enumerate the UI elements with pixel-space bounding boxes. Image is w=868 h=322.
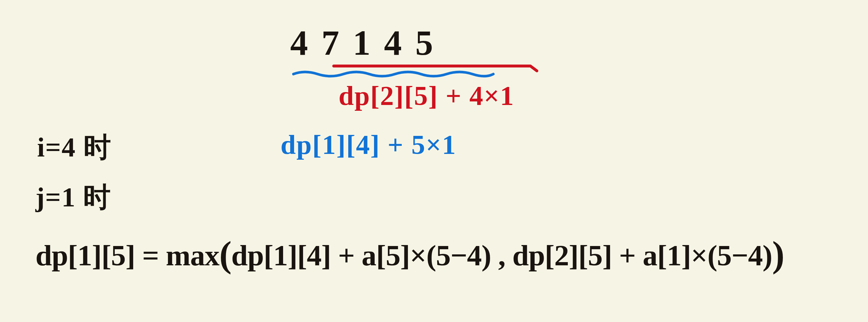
- seq-digit: 7: [321, 23, 340, 64]
- seq-digit: 4: [384, 23, 402, 64]
- eq-comma: ,: [491, 239, 513, 272]
- eq-max: max: [166, 239, 219, 272]
- eq-equals: =: [135, 239, 166, 272]
- eq-arg2: dp[2][5] + a[1]×(5−4): [513, 239, 772, 272]
- eq-arg1: dp[1][4] + a[5]×(5−4): [231, 239, 491, 272]
- eq-open-paren: (: [219, 234, 231, 275]
- blue-wavy-underline-icon: [292, 69, 495, 79]
- eq-close-paren: ): [772, 234, 784, 275]
- seq-digit: 4: [290, 23, 309, 64]
- seq-digit: 1: [353, 23, 371, 64]
- seq-digit: 5: [415, 23, 434, 64]
- eq-lhs: dp[1][5]: [35, 239, 135, 272]
- i-condition: i=4 时: [37, 129, 112, 166]
- blue-dp-annotation: dp[1][4] + 5×1: [281, 129, 456, 160]
- red-dp-annotation: dp[2][5] + 4×1: [339, 80, 514, 111]
- dp-recurrence-equation: dp[1][5] = max(dp[1][4] + a[5]×(5−4) , d…: [35, 232, 784, 274]
- j-condition: j=1 时: [35, 179, 112, 216]
- number-sequence: 4 7 1 4 5: [290, 23, 434, 64]
